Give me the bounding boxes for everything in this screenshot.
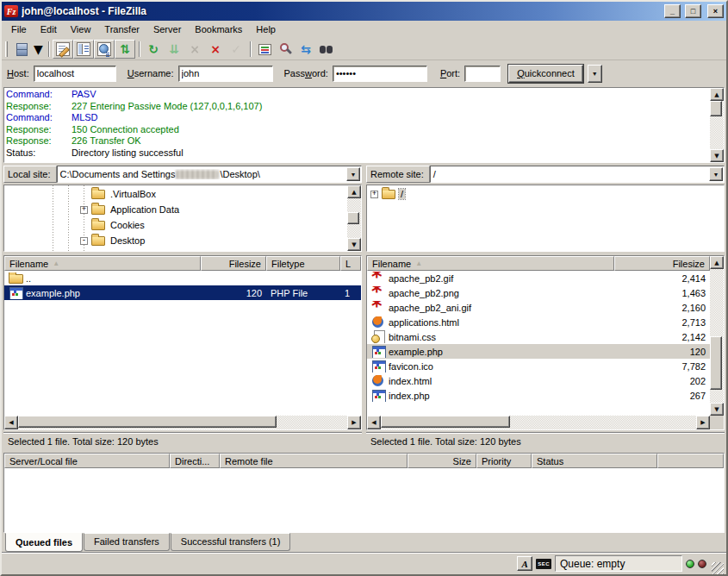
minimize-button[interactable]: _ (664, 4, 681, 18)
column-header-status[interactable]: Status (532, 454, 657, 468)
remote-file-row[interactable]: index.php267 (367, 388, 710, 403)
local-tree-item[interactable]: Cookies (4, 217, 347, 233)
remote-file-row[interactable]: apache_pb2_ani.gif2,160 (367, 300, 710, 315)
remote-file-row[interactable]: bitnami.css2,142 (367, 329, 710, 344)
scroll-right-button[interactable] (347, 416, 361, 429)
dropdown-arrow-button[interactable] (346, 167, 360, 181)
remote-tree-item[interactable]: +/ (367, 186, 724, 202)
scrollbar-thumb[interactable] (18, 416, 277, 428)
expand-icon[interactable]: + (80, 206, 88, 214)
message-log-scrollbar[interactable] (710, 88, 724, 162)
column-header-server-local-file[interactable]: Server/Local file (4, 454, 170, 468)
scrollbar-track[interactable] (381, 416, 696, 429)
column-header-size[interactable]: Size (408, 454, 476, 468)
scroll-right-button[interactable] (696, 416, 710, 429)
local-file-list[interactable]: Filename▲FilesizeFiletypeL ..example.php… (3, 255, 362, 430)
dropdown-arrow-button[interactable] (709, 167, 723, 181)
expand-icon[interactable]: + (370, 191, 378, 198)
column-header-priority[interactable]: Priority (476, 454, 532, 468)
refresh-button[interactable]: ↻ (143, 40, 164, 59)
remote-horizontal-scrollbar[interactable] (367, 416, 724, 429)
cancel-operation-button[interactable]: × (184, 40, 205, 59)
local-tree-item[interactable]: +Application Data (4, 202, 347, 217)
toggle-message-log-button[interactable] (53, 40, 73, 59)
column-header-filesize[interactable]: Filesize (201, 256, 266, 271)
column-header-filesize[interactable]: Filesize (614, 256, 710, 271)
scrollbar-track[interactable] (710, 101, 724, 149)
column-header-directi[interactable]: Directi... (170, 454, 220, 468)
scrollbar-thumb[interactable] (710, 101, 722, 116)
port-input[interactable] (464, 66, 501, 82)
menu-help[interactable]: Help (249, 22, 283, 37)
host-input[interactable] (34, 66, 116, 82)
scroll-up-button[interactable] (347, 185, 361, 198)
toggle-remote-tree-button[interactable] (94, 40, 115, 59)
menu-view[interactable]: View (64, 22, 98, 37)
quickconnect-button[interactable]: Quickconnect (508, 65, 583, 83)
local-file-rows[interactable]: ..example.php120PHP File1 (4, 271, 361, 416)
remote-file-row[interactable]: favicon.ico7,782 (367, 359, 710, 373)
scrollbar-track[interactable] (710, 269, 724, 403)
collapse-icon[interactable]: - (80, 237, 88, 245)
data-type-indicator[interactable]: A (517, 556, 532, 571)
menu-file[interactable]: File (4, 22, 34, 37)
process-queue-button[interactable]: ⇊ (164, 40, 184, 59)
username-input[interactable] (178, 66, 273, 82)
scroll-up-button[interactable] (710, 256, 724, 269)
local-file-row[interactable]: .. (4, 271, 361, 285)
disconnect-button[interactable]: × (205, 40, 226, 59)
scroll-down-button[interactable] (347, 238, 361, 251)
scroll-down-button[interactable] (710, 403, 724, 416)
scrollbar-thumb[interactable] (710, 336, 722, 390)
menu-edit[interactable]: Edit (34, 22, 64, 37)
site-manager-dropdown[interactable]: ▼ (32, 40, 45, 59)
password-input[interactable] (333, 66, 427, 82)
toggle-local-tree-button[interactable] (73, 40, 94, 59)
local-tree-item[interactable]: -Desktop (4, 233, 347, 248)
column-header-filename[interactable]: Filename▲ (4, 256, 201, 271)
quickconnect-dropdown[interactable] (588, 65, 602, 83)
synchronized-browsing-button[interactable]: ⇆ (296, 40, 316, 59)
remote-file-row[interactable]: applications.html2,713 (367, 315, 710, 329)
local-tree-view[interactable]: .VirtualBox+Application DataCookies-Desk… (3, 185, 362, 252)
tab-failed-transfers[interactable]: Failed transfers (84, 533, 170, 551)
scrollbar-track[interactable] (347, 198, 361, 238)
local-horizontal-scrollbar[interactable] (4, 416, 361, 429)
tab-successful-transfers-1[interactable]: Successful transfers (1) (171, 533, 291, 551)
find-files-button[interactable] (316, 40, 337, 59)
remote-file-row[interactable]: index.html202 (367, 373, 710, 388)
remote-file-row[interactable]: apache_pb2.gif2,414 (367, 271, 710, 285)
scroll-left-button[interactable] (367, 416, 381, 429)
site-manager-button[interactable] (11, 40, 32, 59)
remote-vertical-scrollbar[interactable] (710, 256, 724, 416)
remote-file-rows[interactable]: apache_pb2.gif2,414apache_pb2.png1,463ap… (367, 271, 710, 416)
remote-site-path-combo[interactable]: / (430, 166, 725, 183)
remote-file-row[interactable]: apache_pb2.png1,463 (367, 285, 710, 300)
menu-bookmarks[interactable]: Bookmarks (188, 22, 249, 37)
scrollbar-thumb[interactable] (381, 416, 510, 428)
column-header-remote-file[interactable]: Remote file (220, 454, 408, 468)
remote-file-list[interactable]: Filename▲Filesize apache_pb2.gif2,414apa… (366, 255, 725, 430)
directory-comparison-button[interactable] (275, 40, 296, 59)
toolbar-grip[interactable] (5, 41, 8, 57)
column-header-l[interactable]: L (340, 256, 361, 271)
filter-button[interactable] (254, 40, 275, 59)
local-tree-scrollbar[interactable] (347, 185, 361, 251)
scroll-left-button[interactable] (4, 416, 18, 429)
column-header-filetype[interactable]: Filetype (266, 256, 340, 271)
menu-transfer[interactable]: Transfer (97, 22, 146, 37)
remote-file-row[interactable]: example.php120 (367, 344, 710, 359)
local-tree-item[interactable]: .VirtualBox (4, 186, 347, 202)
queue-body[interactable] (4, 468, 724, 532)
local-file-row[interactable]: example.php120PHP File1 (4, 285, 361, 300)
scroll-down-button[interactable] (710, 149, 724, 162)
resize-grip[interactable] (712, 562, 724, 574)
abort-button[interactable]: ✓ (226, 40, 246, 59)
scroll-up-button[interactable] (710, 88, 724, 101)
scrollbar-track[interactable] (18, 416, 347, 429)
maximize-button[interactable]: □ (685, 4, 701, 18)
menu-server[interactable]: Server (146, 22, 188, 37)
remote-directory-tree[interactable]: +/ (367, 185, 724, 251)
toggle-transfer-queue-button[interactable]: ⇅ (115, 40, 135, 59)
column-header-filename[interactable]: Filename▲ (367, 256, 614, 271)
